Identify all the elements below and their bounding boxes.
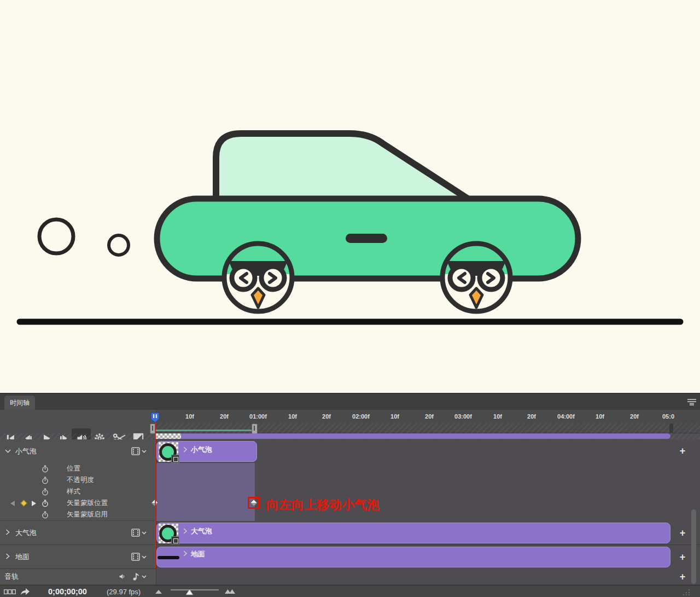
zoom-out-timeline-icon[interactable] [155, 589, 162, 594]
clip-range-shade [156, 509, 255, 521]
property-row-opacity[interactable]: 不透明度 [0, 474, 156, 486]
previous-keyframe-arrow-icon[interactable] [10, 501, 15, 506]
collapse-chevron-icon[interactable] [5, 449, 11, 453]
clip-range-shade [156, 463, 255, 474]
photoshop-timeline-screen: 时间轴 [0, 0, 700, 597]
track-area-dimian: 地面 [156, 545, 700, 570]
panel-tab-bar: 时间轴 [0, 393, 700, 410]
current-timecode: 0;00;00;00 [48, 587, 87, 596]
layer-group-label: 大气泡 [15, 528, 37, 538]
property-label: 位置 [67, 463, 80, 474]
property-track-vector-mask-position [156, 497, 700, 509]
annotation-text: 向左向上移动小气泡 [266, 496, 380, 513]
layer-group-row-dimian[interactable]: 地面 [0, 545, 156, 569]
timeline-status-bar: 0;00;00;00 (29.97 fps) [0, 585, 700, 597]
expand-chevron-icon[interactable] [5, 553, 10, 559]
stopwatch-icon-active[interactable] [42, 500, 49, 507]
car-illustration [0, 0, 700, 393]
add-media-button[interactable]: + [678, 446, 687, 456]
panel-resize-grip[interactable] [682, 588, 691, 596]
audio-track-label: 音轨 [4, 571, 19, 582]
add-media-button[interactable]: + [678, 552, 687, 562]
add-audio-button[interactable]: + [678, 572, 687, 582]
work-area-range-line [156, 430, 254, 431]
vector-mask-badge-icon [171, 536, 179, 544]
clip-daqipao[interactable]: 大气泡 [156, 523, 670, 543]
stopwatch-icon[interactable] [42, 488, 49, 496]
timeline-end-marker [669, 424, 673, 433]
panel-column-divider[interactable] [156, 439, 156, 585]
ruler-label: 04:00f [550, 413, 582, 421]
video-track-filter-icon[interactable] [131, 447, 140, 455]
ruler-label: 20f [618, 413, 651, 421]
annotation-highlight-box [248, 497, 260, 509]
ground-thumbnail-art [158, 556, 179, 559]
clip-range-shade [156, 486, 255, 497]
property-row-vector-mask-enable[interactable]: 矢量蒙版启用 [0, 509, 156, 521]
clip-expand-chevron-icon[interactable] [183, 447, 188, 453]
track-options-chevron-icon[interactable] [142, 575, 147, 578]
stopwatch-icon[interactable] [42, 511, 49, 519]
playback-toolbar [0, 410, 156, 433]
tab-timeline[interactable]: 时间轴 [4, 396, 35, 410]
video-track-filter-icon[interactable] [131, 529, 140, 537]
property-row-vector-mask-position[interactable]: 矢量蒙版位置 [0, 497, 156, 509]
vertical-scrollbar-thumb[interactable] [691, 509, 696, 584]
next-keyframe-arrow-icon[interactable] [32, 501, 36, 506]
ruler-label: 20f [208, 413, 241, 421]
property-label: 矢量蒙版位置 [67, 497, 108, 509]
clip-label: 地面 [191, 549, 205, 559]
audio-mute-speaker-icon[interactable] [118, 573, 126, 580]
track-options-chevron-icon[interactable] [142, 450, 147, 453]
vector-mask-badge-icon [171, 455, 179, 463]
stopwatch-icon[interactable] [42, 477, 49, 484]
playhead-marker[interactable] [150, 411, 160, 424]
property-row-style[interactable]: 样式 [0, 486, 156, 498]
clip-xiaoqipao[interactable]: 小气泡 [156, 441, 257, 462]
clip-label: 小气泡 [191, 445, 212, 455]
layer-group-row-daqipao[interactable]: 大气泡 [0, 521, 156, 545]
global-track-bar[interactable] [156, 433, 670, 439]
large-bubble [39, 219, 73, 253]
small-bubble [109, 235, 129, 255]
panel-menu-icon[interactable] [687, 398, 697, 405]
clip-expand-chevron-icon[interactable] [183, 550, 188, 557]
car-cabin [216, 134, 470, 201]
audio-track-row[interactable]: 音轨 [0, 569, 156, 585]
add-keyframe-diamond-icon[interactable] [20, 500, 27, 507]
playhead-line [155, 420, 156, 569]
expand-chevron-icon[interactable] [5, 529, 10, 535]
zoom-in-timeline-icon[interactable] [225, 589, 236, 594]
layer-group-label: 小气泡 [15, 446, 37, 457]
ruler-label: 10f [584, 413, 616, 421]
ruler-label: 05:0 [652, 413, 685, 421]
property-row-position[interactable]: 位置 [0, 463, 156, 475]
ruler-label: 10f [481, 413, 514, 421]
clip-expand-chevron-icon[interactable] [183, 528, 188, 534]
clip-dimian[interactable]: 地面 [156, 547, 670, 567]
property-track-opacity [156, 474, 700, 486]
music-note-icon[interactable] [133, 572, 139, 581]
add-media-button[interactable]: + [678, 528, 687, 538]
ruler-label: 10f [173, 413, 206, 421]
timeline-zoom-slider-handle[interactable] [185, 589, 194, 595]
convert-to-frame-animation-icon[interactable] [4, 589, 16, 594]
layer-group-label: 地面 [15, 552, 30, 563]
timeline-zoom-slider-track[interactable] [171, 589, 219, 590]
clip-thumbnail [159, 442, 178, 462]
track-options-chevron-icon[interactable] [142, 531, 147, 535]
clip-thumbnail [159, 524, 178, 543]
render-export-arrow-icon[interactable] [20, 587, 31, 596]
global-track-bar-empty-start [156, 433, 181, 439]
track-options-chevron-icon[interactable] [142, 555, 147, 559]
clip-range-shade [156, 474, 255, 486]
work-area-end-handle[interactable] [252, 424, 258, 434]
ruler-label: 02:00f [345, 413, 377, 421]
property-track-style [156, 486, 700, 498]
layer-group-row-xiaoqipao[interactable]: 小气泡 [0, 439, 156, 463]
work-area-strip [156, 423, 700, 433]
video-track-filter-icon[interactable] [131, 553, 140, 561]
frame-rate: (29.97 fps) [107, 588, 141, 596]
stopwatch-icon[interactable] [42, 465, 49, 473]
property-track-position [156, 463, 700, 475]
